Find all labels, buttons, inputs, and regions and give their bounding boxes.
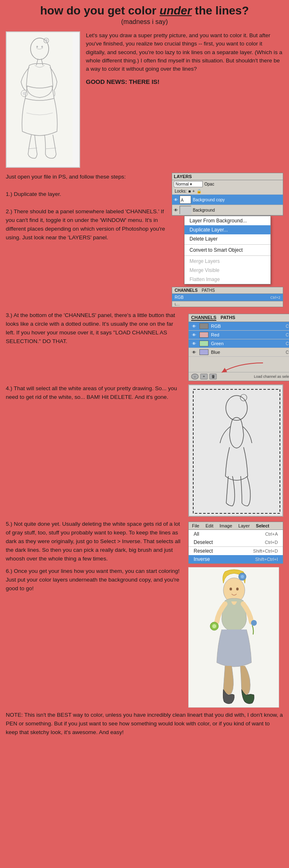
layers-panel: LAYERS Normal ▾ Opac Locks: ■ + 🔒 👁 A Ba… [172,173,283,216]
menu-layer[interactable]: Layer [238,523,250,528]
step6-content: 6.) Once you get your lines how you want… [6,567,183,593]
layers-lock-row: Locks: ■ + 🔒 [172,188,283,195]
colored-svg [189,568,279,708]
lock-text: Locks: [175,189,187,193]
svg-point-21 [241,575,244,578]
page-header: how do you get color under the lines? (m… [0,0,289,27]
step2-text: 2.) There should be a panel somewhere la… [6,207,168,242]
channel-shortcut-green: Ctrl+4 [286,341,289,346]
svg-point-23 [212,624,216,628]
menu-item-inverse[interactable]: Inverse Shift+Ctrl+I [189,555,283,563]
menu-select[interactable]: Select [256,523,269,528]
context-divider-1 [185,244,270,245]
channels-tab-label[interactable]: CHANNELS [191,315,216,321]
new-channel-btn[interactable]: + [200,374,208,379]
step1-text: 1.) Duplicate the layer. [6,190,168,199]
load-channel-label: Load channel as selection [254,374,289,379]
channels-l-label-row: L... [172,301,283,307]
menu-item-reselect-shortcut: Shift+Ctrl+D [253,548,278,553]
svg-rect-0 [7,32,73,165]
lock-icon-2: + [192,189,195,193]
layer-row-1[interactable]: 👁 Background [172,205,283,215]
menu-file[interactable]: File [192,523,199,528]
open-file-instruction: Just open your file in PS, and follow th… [6,173,168,181]
panels-right: LAYERS Normal ▾ Opac Locks: ■ + 🔒 👁 A Ba… [172,173,283,307]
channels-rgb-row[interactable]: RGB Ctrl+2 [172,294,283,301]
channels-tab[interactable]: CHANNELS [175,288,198,293]
context-item-2[interactable]: Delete Layer [185,234,270,243]
menu-item-inverse-label: Inverse [194,556,210,562]
drawing-selection-panel [188,384,283,517]
step5-content: 5.) Not quite done yet. Usually deleting… [6,520,183,563]
menu-edit[interactable]: Edit [206,523,213,528]
intro-section: Let's say you draw a super pretty pictur… [0,27,289,170]
channel-row-green[interactable]: 👁 Green Ctrl+4 [189,339,289,348]
channel-thumb-green [199,341,208,346]
channel-name-red: Red [211,332,283,337]
layer-thumb-1 [180,206,191,214]
paths-tab-label[interactable]: PATHS [220,315,235,321]
layer-thumb-0: A [180,196,191,204]
title-text-1: how do you get color [40,4,159,17]
menu-bar: File Edit Image Layer Select [189,522,283,530]
layer-eye-0: 👁 [174,198,178,202]
opacity-label: Opac [204,182,214,186]
lock-icon-1: ■ [188,189,191,193]
step3-text: 3.) At the bottom of the 'CHANNELS' pane… [6,311,183,346]
step5-section: 5.) Not quite done yet. Usually deleting… [0,518,289,565]
menu-image[interactable]: Image [220,523,232,528]
channels-rgb-label: RGB [175,295,270,300]
channel-thumb-red [199,332,208,338]
colored-drawing [188,567,279,708]
channel-shortcut-blue: Ctrl+5 [286,350,289,355]
context-item-0[interactable]: Layer From Background... [185,216,270,225]
channel-thumb-rgb [199,323,208,329]
colored-drawing-container [188,567,283,708]
channel-shortcut-red: Ctrl+3 [286,333,289,337]
step4-content: 4.) That will select all the white areas… [6,384,183,402]
context-item-merge: Merge Layers [185,257,270,266]
context-divider-2 [185,255,270,256]
paths-tab[interactable]: PATHS [202,288,215,293]
channel-row-blue[interactable]: 👁 Blue Ctrl+5 [189,348,289,357]
channel-name-rgb: RGB [211,324,283,329]
context-menu: Layer From Background... Duplicate Layer… [184,216,271,284]
layer-row-0[interactable]: 👁 A Background copy [172,195,283,205]
lock-icon-3: 🔒 [197,189,201,193]
svg-rect-14 [189,385,283,517]
menu-item-reselect[interactable]: Reselect Shift+Ctrl+D [189,547,283,555]
layers-panel-header: LAYERS [172,173,283,180]
channel-shortcut-rgb: Ctrl+2 [286,324,289,329]
channel-eye-rgb: 👁 [191,324,197,329]
step4-text: 4.) That will select all the white areas… [6,384,183,402]
channel-eye-red: 👁 [191,333,197,337]
menu-item-all[interactable]: All Ctrl+A [189,530,283,538]
menu-item-deselect-label: Deselect [194,539,213,545]
delete-channel-btn[interactable]: 🗑 [209,374,217,379]
layer-eye-1: 👁 [174,208,178,212]
page-subtitle: (madness i say) [4,18,285,26]
sketch-svg [7,32,73,165]
blend-mode-select[interactable]: Normal ▾ [174,181,203,187]
select-menu-container: File Edit Image Layer Select All Ctrl+A … [188,520,283,564]
channel-row-red[interactable]: 👁 Red Ctrl+3 [189,331,289,339]
context-item-1[interactable]: Duplicate Layer... [185,225,270,234]
drawing-with-selection [188,384,283,517]
note-section: NOTE: This isn't the BEST way to color, … [0,709,289,745]
channel-row-rgb[interactable]: 👁 RGB Ctrl+2 [189,322,289,331]
context-item-convert[interactable]: Convert to Smart Object [185,246,270,255]
channels-l-text: L... [175,302,180,306]
menu-item-deselect[interactable]: Deselect Ctrl+D [189,538,283,546]
steps-panels-section: Just open your file in PS, and follow th… [0,170,289,310]
title-italic: under [160,4,192,17]
context-item-merge-visible: Merge Visible [185,266,270,275]
select-menu: File Edit Image Layer Select All Ctrl+A … [188,522,283,564]
menu-item-all-label: All [194,531,199,537]
layers-normal-row: Normal ▾ Opac [172,180,283,188]
svg-point-4 [36,46,38,48]
channel-eye-blue: 👁 [191,350,197,355]
page-title: how do you get color under the lines? [4,4,285,17]
intro-text: Let's say you draw a super pretty pictur… [86,31,283,168]
svg-point-3 [45,39,47,42]
channel-name-blue: Blue [211,350,283,355]
